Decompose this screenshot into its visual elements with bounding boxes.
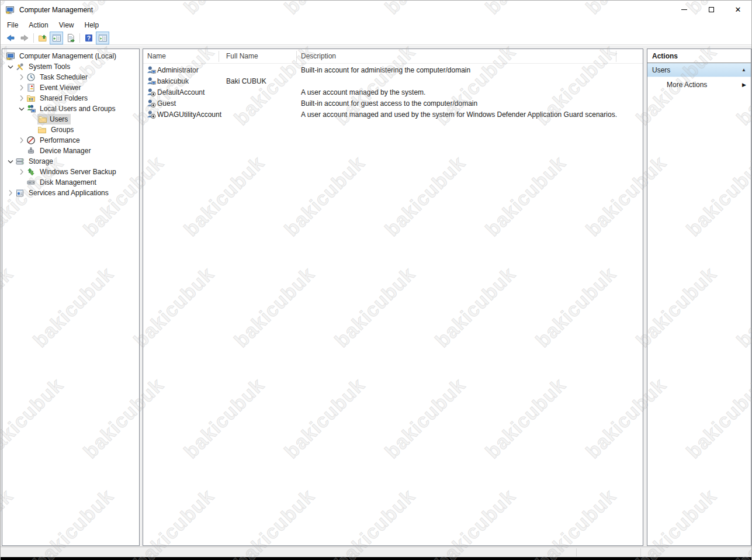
show-console-tree-button[interactable] (50, 32, 63, 44)
task-scheduler-icon (26, 72, 36, 82)
minimize-icon (681, 9, 687, 10)
services-applications-icon (15, 188, 25, 198)
tree-item-windows-server-backup[interactable]: Windows Server Backup (2, 167, 139, 177)
tree-selection: Users (37, 114, 71, 125)
column-divider[interactable] (616, 51, 616, 62)
app-icon (5, 5, 15, 15)
user-row-defaultaccount[interactable]: DefaultAccount A user account managed by… (143, 87, 643, 98)
folder-icon (38, 115, 47, 124)
tree-item-storage[interactable]: Storage (2, 156, 139, 167)
chevron-right-icon[interactable] (6, 188, 15, 198)
column-divider[interactable] (219, 51, 219, 62)
close-button[interactable]: ✕ (725, 1, 751, 19)
bottom-black-strip (1, 557, 751, 560)
user-row-wdagutilityaccount[interactable]: WDAGUtilityAccount A user account manage… (143, 109, 643, 120)
chevron-spacer (17, 146, 26, 155)
chevron-down-icon[interactable] (17, 104, 26, 113)
tree-item-groups[interactable]: Groups (2, 125, 139, 135)
actions-panel: Actions Users ▲ More Actions ▶ (647, 49, 751, 546)
chevron-right-icon[interactable] (17, 167, 26, 177)
up-one-level-icon (38, 33, 47, 43)
storage-icon (15, 157, 25, 166)
computer-management-window: Computer Management ✕ File Action View H… (0, 0, 752, 560)
tree-item-performance[interactable]: Performance (2, 135, 139, 146)
statusbar-divider (640, 548, 641, 556)
show-action-pane-button[interactable] (96, 32, 109, 44)
title-bar: Computer Management ✕ (1, 1, 751, 19)
user-row-bakicubuk[interactable]: bakicubuk Baki CUBUK (143, 75, 643, 87)
forward-button[interactable] (18, 32, 31, 44)
up-one-level-button[interactable] (36, 32, 49, 44)
chevron-down-icon[interactable] (6, 157, 15, 166)
disk-management-icon (26, 178, 36, 187)
tree-item-users[interactable]: Users (2, 114, 139, 125)
submenu-arrow-icon: ▶ (742, 82, 746, 88)
chevron-down-icon[interactable] (6, 62, 15, 71)
window-controls: ✕ (671, 1, 751, 19)
column-header-name[interactable]: Name (147, 52, 166, 60)
chevron-right-icon[interactable] (17, 83, 26, 92)
system-tools-icon (15, 62, 25, 71)
menu-view[interactable]: View (54, 20, 79, 30)
status-bar (1, 547, 751, 557)
minimize-button[interactable] (671, 1, 698, 19)
column-divider[interactable] (296, 51, 297, 62)
statusbar-divider (576, 548, 577, 556)
menu-help[interactable]: Help (79, 20, 105, 30)
tree-item-device-manager[interactable]: Device Manager (2, 146, 139, 156)
server-backup-icon (26, 167, 36, 177)
user-disabled-icon (147, 99, 156, 108)
tree-item-services-and-applications[interactable]: Services and Applications (2, 188, 139, 198)
tree-item-disk-management[interactable]: Disk Management (2, 177, 139, 188)
computer-icon (6, 51, 15, 61)
show-action-pane-icon (98, 33, 108, 43)
actions-section-users[interactable]: Users ▲ (647, 63, 751, 77)
folder-icon (37, 125, 47, 134)
export-list-button[interactable] (64, 32, 77, 44)
forward-icon (20, 33, 29, 43)
chevron-right-icon[interactable] (17, 136, 26, 145)
menu-bar: File Action View Help (1, 19, 751, 31)
users-list-panel: Name Full Name Description Administrator… (143, 49, 643, 546)
user-row-administrator[interactable]: Administrator Built-in account for admin… (143, 64, 643, 75)
menu-file[interactable]: File (2, 20, 23, 30)
menu-action[interactable]: Action (23, 20, 53, 30)
back-button[interactable] (4, 32, 17, 44)
tree-item-computer-management[interactable]: Computer Management (Local) (2, 51, 139, 61)
collapse-up-icon[interactable]: ▲ (741, 67, 746, 72)
chevron-right-icon[interactable] (17, 94, 26, 103)
chevron-spacer (28, 115, 37, 124)
column-header-description[interactable]: Description (301, 52, 336, 60)
list-rows: Administrator Built-in account for admin… (143, 64, 643, 120)
toolbar (1, 31, 751, 45)
actions-pane-title: Actions (647, 49, 751, 63)
close-icon: ✕ (735, 6, 741, 13)
tree-item-local-users-and-groups[interactable]: Local Users and Groups (2, 103, 139, 114)
event-viewer-icon (26, 83, 36, 92)
tree-item-system-tools[interactable]: System Tools (2, 61, 139, 72)
user-icon (147, 65, 156, 75)
performance-icon (26, 136, 36, 145)
help-icon (84, 33, 93, 43)
shared-folders-icon (26, 94, 36, 103)
users-groups-icon (26, 104, 36, 113)
chevron-right-icon[interactable] (17, 72, 26, 82)
user-icon (147, 77, 156, 86)
user-disabled-icon (147, 110, 156, 119)
toolbar-separator (33, 33, 34, 43)
user-disabled-icon (147, 88, 156, 97)
tree-item-task-scheduler[interactable]: Task Scheduler (2, 72, 139, 82)
list-column-headers: Name Full Name Description (143, 49, 643, 64)
help-button[interactable] (82, 32, 95, 44)
show-console-tree-icon (52, 33, 61, 43)
export-list-icon (66, 33, 75, 43)
chevron-spacer (17, 178, 26, 187)
tree-item-event-viewer[interactable]: Event Viewer (2, 82, 139, 93)
chevron-spacer (28, 125, 37, 134)
column-header-full-name[interactable]: Full Name (226, 52, 258, 60)
tree-item-shared-folders[interactable]: Shared Folders (2, 93, 139, 103)
more-actions-item[interactable]: More Actions ▶ (647, 77, 751, 92)
maximize-button[interactable] (698, 1, 725, 19)
content-area: Computer Management (Local) System Tools… (1, 46, 751, 547)
user-row-guest[interactable]: Guest Built-in account for guest access … (143, 98, 643, 109)
